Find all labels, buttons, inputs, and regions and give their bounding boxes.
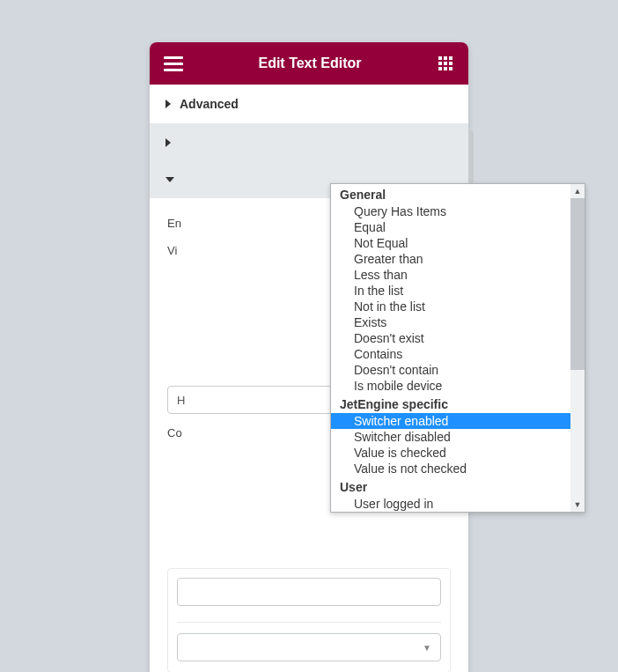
chevron-down-icon: ▼ (423, 643, 431, 653)
dropdown-option[interactable]: Greater than (331, 251, 585, 267)
apps-icon[interactable] (437, 55, 454, 72)
section-advanced[interactable]: Advanced (150, 85, 468, 124)
scroll-up-arrow[interactable]: ▲ (570, 184, 585, 198)
dropdown-option[interactable]: Value is not checked (331, 461, 585, 476)
dropdown-option[interactable]: Equal (331, 219, 585, 235)
dropdown-option[interactable]: Less than (331, 267, 585, 283)
dropdown-option[interactable]: Contains (331, 346, 585, 362)
dropdown-option[interactable]: Is mobile device (331, 378, 585, 394)
scroll-down-arrow[interactable]: ▼ (570, 498, 585, 512)
dropdown-option[interactable]: Doesn't exist (331, 330, 585, 346)
panel-title: Edit Text Editor (183, 55, 437, 71)
section-collapsed-1[interactable] (150, 124, 468, 161)
dropdown-group-label: User (331, 476, 585, 496)
chevron-down-icon (166, 177, 174, 182)
dropdown-option[interactable]: Value is checked (331, 445, 585, 461)
dropdown-group-label: General (331, 184, 585, 203)
section-label-advanced: Advanced (180, 97, 239, 111)
dropdown-option[interactable]: Exists (331, 314, 585, 330)
panel-header: Edit Text Editor (150, 42, 468, 85)
dropdown-scroll-thumb[interactable] (570, 198, 585, 370)
dropdown-option[interactable]: Query Has Items (331, 203, 585, 219)
dropdown-option[interactable]: Not Equal (331, 235, 585, 251)
dropdown-option[interactable]: Switcher enabled (331, 413, 585, 429)
condition-select-1[interactable] (177, 578, 441, 606)
dropdown-options: GeneralQuery Has ItemsEqualNot EqualGrea… (331, 184, 585, 512)
editor-panel: Edit Text Editor Advanced En Vi H ▼ (150, 42, 468, 672)
enable-label: En (167, 217, 304, 230)
conditions-block: ▼ (167, 568, 451, 672)
dropdown-option[interactable]: Switcher disabled (331, 429, 585, 445)
condition-type-dropdown[interactable]: ▲ ▼ GeneralQuery Has ItemsEqualNot Equal… (330, 183, 585, 513)
chevron-right-icon (166, 138, 171, 147)
dropdown-option[interactable]: In the list (331, 283, 585, 299)
conditions-label: Co (167, 426, 182, 563)
dropdown-option[interactable]: User logged in (331, 496, 585, 512)
chevron-right-icon (166, 100, 171, 108)
dropdown-group-label: JetEngine specific (331, 394, 585, 413)
dropdown-option[interactable]: Not in the list (331, 299, 585, 314)
visibility-label: Vi (167, 244, 177, 380)
visibility-value: H (177, 394, 185, 407)
menu-icon[interactable] (164, 54, 183, 73)
dropdown-option[interactable]: Doesn't contain (331, 362, 585, 378)
condition-select-2[interactable]: ▼ (177, 633, 441, 661)
